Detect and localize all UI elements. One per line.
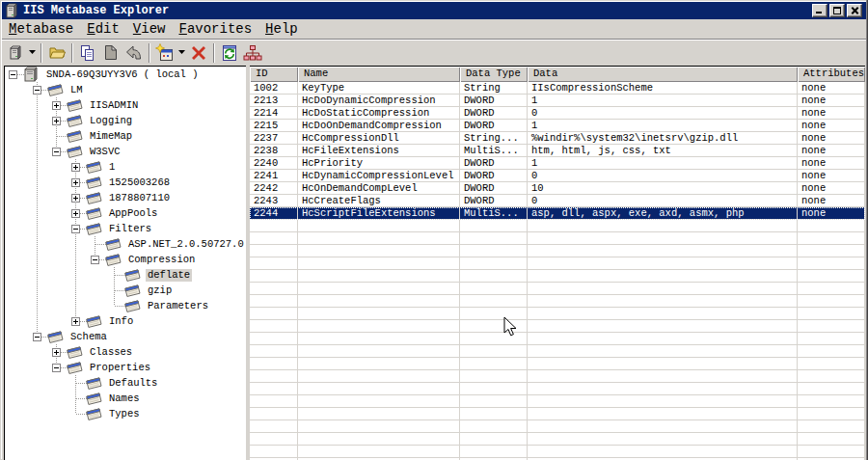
cell [460, 257, 528, 270]
list-row-2238[interactable]: 2238HcFileExtensionsMultiS...htm, html, … [250, 145, 865, 157]
minimize-button[interactable] [812, 4, 827, 17]
menu-help[interactable]: Help [258, 20, 305, 38]
menu-edit[interactable]: Edit [80, 20, 126, 38]
close-button[interactable] [847, 4, 862, 17]
column-header-name[interactable]: Name [298, 67, 460, 82]
list-row-2215[interactable]: 2215HcDoOnDemandCompressionDWORD1none [250, 120, 865, 132]
dropdown-arrow-icon[interactable] [176, 42, 187, 64]
tree-item-asp-net-2-0-50727-0[interactable]: ASP.NET_2.0.50727.0 [5, 236, 246, 252]
list-row-2242[interactable]: 2242HcOnDemandCompLevelDWORD10none [250, 182, 865, 195]
cell [460, 383, 528, 395]
expand-icon[interactable] [71, 178, 80, 187]
list-row-2213[interactable]: 2213HcDoDynamicCompressionDWORD1none [250, 95, 865, 107]
menu-favorites[interactable]: Favorites [172, 20, 258, 38]
collapse-icon[interactable] [33, 86, 41, 95]
menu-metabase[interactable]: Metabase [2, 20, 80, 38]
paste-icon[interactable] [99, 42, 122, 64]
cell [460, 420, 528, 433]
menu-view[interactable]: View [126, 20, 173, 38]
cell: HcPriority [298, 157, 460, 170]
tree-item-schema[interactable]: Schema [5, 329, 246, 344]
column-header-data-type[interactable]: Data Type [460, 67, 528, 82]
tree-item-filters[interactable]: Filters [5, 221, 246, 236]
toolbar-separator [213, 43, 215, 63]
tree-item-snda-69q3uyy3v6-local-[interactable]: SNDA-69Q3UYY3V6 ( local ) [5, 67, 246, 82]
cell [250, 446, 298, 458]
expand-icon[interactable] [71, 209, 80, 218]
tree-item-classes[interactable]: Classes [5, 344, 246, 360]
collapse-icon[interactable] [91, 256, 99, 264]
collapse-icon[interactable] [71, 225, 80, 233]
dropdown-arrow-icon[interactable] [27, 42, 38, 64]
cell [460, 446, 528, 458]
delete-icon[interactable] [187, 42, 210, 64]
expand-icon[interactable] [52, 101, 61, 110]
cell: MultiS... [460, 207, 528, 220]
list-row-2237[interactable]: 2237HcCompressionDllString...%windir%\sy… [250, 132, 865, 145]
tree-item-properties[interactable]: Properties [5, 360, 246, 375]
tree-item-parameters[interactable]: Parameters [5, 298, 246, 313]
cell: DWORD [460, 170, 528, 182]
copy-icon[interactable] [76, 42, 99, 64]
cell [528, 370, 798, 383]
cell [528, 446, 798, 458]
export-icon[interactable] [45, 42, 68, 64]
list-row-2244[interactable]: 2244HcScriptFileExtensionsMultiS...asp, … [250, 207, 865, 220]
list-row-2241[interactable]: 2241HcDynamicCompressionLevelDWORD0none [250, 170, 865, 182]
toolbar-separator [149, 43, 150, 63]
collapse-icon[interactable] [33, 333, 41, 341]
tree-item-1878807110[interactable]: 1878807110 [5, 190, 246, 205]
cell: 2240 [250, 157, 298, 170]
connect-server-icon[interactable] [4, 42, 27, 64]
titlebar[interactable]: IIS Metabase Explorer [2, 2, 866, 19]
cell [250, 320, 298, 333]
collapse-icon[interactable] [52, 148, 61, 156]
cell: none [798, 107, 865, 120]
list-row-2214[interactable]: 2214HcDoStaticCompressionDWORD0none [250, 107, 865, 120]
tree-item-label: Compression [126, 254, 197, 266]
cell: MultiS... [460, 145, 528, 157]
cell: 0 [528, 170, 798, 182]
tree-item-defaults[interactable]: Defaults [5, 375, 246, 391]
collapse-icon[interactable] [9, 70, 17, 79]
tree-item-gzip[interactable]: gzip [5, 283, 246, 298]
tree-item-1[interactable]: 1 [5, 159, 246, 175]
list-row-empty [250, 358, 865, 370]
tree-item-compression[interactable]: Compression [5, 252, 246, 267]
tree-item-mimemap[interactable]: MimeMap [5, 128, 246, 144]
refresh-icon[interactable] [218, 42, 241, 64]
cell: String [460, 82, 528, 95]
expand-icon[interactable] [52, 117, 61, 125]
new-key-icon[interactable] [153, 42, 176, 64]
cell: DWORD [460, 182, 528, 195]
cell [528, 257, 798, 270]
tree-item-w3svc[interactable]: W3SVC [5, 144, 246, 159]
cell: 1 [528, 95, 798, 107]
expand-icon[interactable] [71, 163, 80, 172]
column-header-id[interactable]: ID [250, 67, 298, 82]
column-header-attributes[interactable]: Attributes [798, 67, 865, 82]
column-header-data[interactable]: Data [528, 67, 798, 82]
list-row-2240[interactable]: 2240HcPriorityDWORD1none [250, 157, 865, 170]
expand-icon[interactable] [52, 348, 61, 357]
tree-item-names[interactable]: Names [5, 391, 246, 406]
cell [528, 220, 798, 232]
expand-icon[interactable] [71, 317, 80, 326]
tree-item-logging[interactable]: Logging [5, 113, 246, 128]
tree-item-1525003268[interactable]: 1525003268 [5, 175, 246, 190]
list-panel: IDNameData TypeDataAttributes 1002KeyTyp… [250, 66, 865, 460]
hierarchy-icon[interactable] [241, 42, 264, 64]
collapse-icon[interactable] [52, 364, 61, 372]
list-row-2243[interactable]: 2243HcCreateFlagsDWORD0none [250, 195, 865, 207]
list-row-1002[interactable]: 1002KeyTypeStringIIsCompressionSchemenon… [250, 82, 865, 95]
tree-item-deflate[interactable]: deflate [5, 267, 246, 283]
expand-icon[interactable] [71, 194, 80, 203]
window-title: IIS Metabase Explorer [23, 4, 169, 17]
tree-item-apppools[interactable]: AppPools [5, 205, 246, 221]
tree-item-types[interactable]: Types [5, 406, 246, 421]
tree-item-iisadmin[interactable]: IISADMIN [5, 97, 246, 113]
undo-icon[interactable] [122, 42, 146, 64]
tree-item-info[interactable]: Info [5, 313, 246, 329]
maximize-button[interactable] [829, 4, 845, 17]
tree-item-lm[interactable]: LM [5, 82, 246, 97]
